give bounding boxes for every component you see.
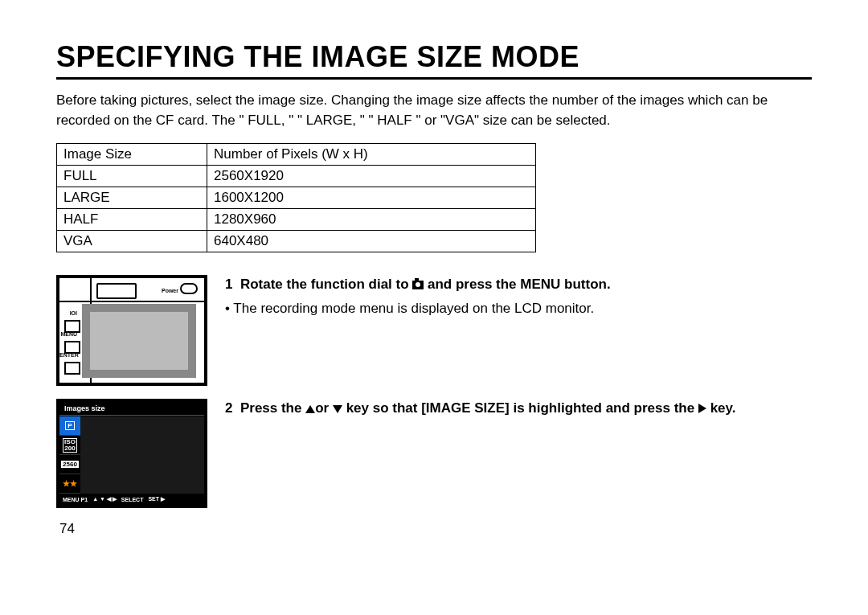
power-switch-icon bbox=[180, 283, 198, 294]
iso-icon: ISO 200 bbox=[59, 436, 80, 455]
table-row: HALF 1280X960 bbox=[57, 209, 536, 231]
table-row: VGA 640X480 bbox=[57, 231, 536, 252]
power-label: Power bbox=[162, 283, 198, 294]
lcd-screen-icon bbox=[82, 304, 196, 378]
figure-lcd-menu: Images size P ISO 200 2560 ★★ MENU P1 ▲ … bbox=[56, 399, 207, 508]
figure-camera-back: Power IOI MENU ENTER bbox=[56, 275, 207, 386]
up-arrow-icon bbox=[305, 405, 315, 413]
table-row: LARGE 1600X1200 bbox=[57, 187, 536, 209]
camera-icon bbox=[412, 281, 424, 289]
menu-footer: MENU P1 ▲ ▼ ◀ ▶ SELECT SET ▶ bbox=[59, 494, 204, 505]
step1-bullet: • The recording mode menu is displayed o… bbox=[225, 299, 812, 318]
quality-stars-icon: ★★ bbox=[59, 474, 80, 494]
top-lcd-icon bbox=[96, 283, 137, 299]
mode-p-icon: P bbox=[59, 416, 80, 436]
down-arrow-icon bbox=[333, 405, 342, 413]
step2-heading: 2 Press the or key so that [IMAGE SIZE] … bbox=[225, 399, 812, 418]
page-number: 74 bbox=[59, 521, 812, 537]
image-size-table: Image Size Number of Pixels (W x H) FULL… bbox=[56, 143, 536, 252]
resolution-icon: 2560 bbox=[59, 455, 80, 474]
right-arrow-icon bbox=[698, 404, 706, 413]
intro-text: Before taking pictures, select the image… bbox=[56, 91, 812, 130]
th-image-size: Image Size bbox=[57, 144, 207, 166]
th-pixels: Number of Pixels (W x H) bbox=[207, 144, 536, 166]
enter-button-icon bbox=[64, 362, 80, 375]
menu-header: Images size bbox=[59, 402, 204, 416]
table-row: FULL 2560X1920 bbox=[57, 166, 536, 187]
step1-heading: 1 Rotate the function dial to and press … bbox=[225, 275, 812, 294]
page-title: SPECIFYING THE IMAGE SIZE MODE bbox=[56, 40, 812, 80]
